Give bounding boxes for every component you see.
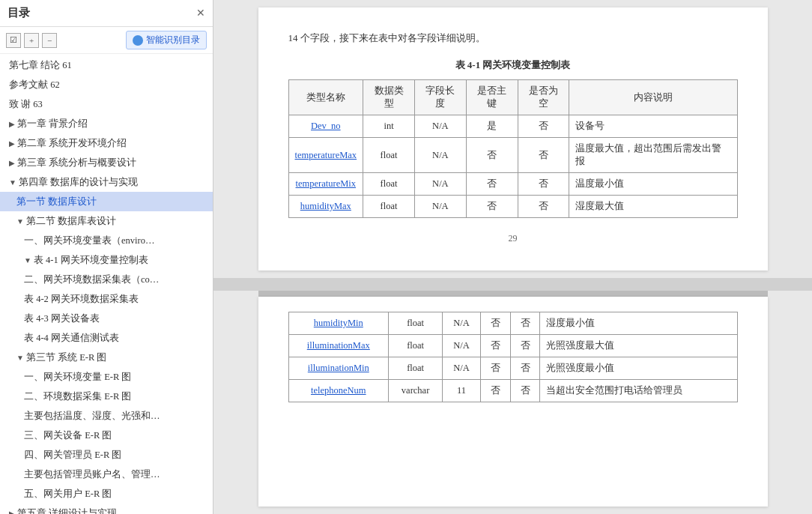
toolbar-collapse-btn[interactable]: −: [42, 33, 57, 48]
sidebar-item-ch4-s3-1[interactable]: 一、网关环境变量 E-R 图: [0, 367, 213, 387]
table-cell: float: [363, 173, 415, 196]
table-cell: 否: [510, 357, 540, 380]
table-row: temperatureMixfloatN/A否否温度最小值: [288, 173, 737, 196]
sidebar-item-label: 四、网关管理员 E-R 图: [24, 450, 121, 460]
field-name-cell: humidityMin: [288, 312, 389, 335]
sidebar-item-references[interactable]: 参考文献 62: [0, 75, 213, 94]
sidebar-item-ch3[interactable]: ▶ 第三章 系统分析与概要设计: [0, 153, 213, 172]
arrow-icon: ▶: [9, 118, 15, 130]
sidebar-item-label: 第四章 数据库的设计与实现: [19, 177, 138, 187]
sidebar-item-ch7-conclusion[interactable]: 第七章 结论 61: [0, 55, 213, 75]
table-cell: N/A: [414, 173, 466, 196]
sidebar-item-ch4-s3-4b[interactable]: 主要包括管理员账户名、管理…: [0, 465, 213, 484]
table-header: 是否为空: [518, 80, 569, 115]
field-name-cell: Dev_no: [288, 115, 363, 138]
sidebar-item-label: 第三章 系统分析与概要设计: [17, 157, 136, 168]
table-cell: 否: [518, 173, 569, 196]
sidebar-item-ch4-s3-2[interactable]: 二、环境数据采集 E-R 图: [0, 387, 213, 406]
arrow-icon: ▶: [9, 508, 15, 514]
sidebar-toolbar: ☑ + − 智能识别目录: [0, 27, 213, 54]
main-content: 14 个字段，接下来在表中对各字段详细说明。 表 4-1 网关环境变量控制表 类…: [213, 0, 812, 514]
table-row: telephoneNumvarchar11否否当超出安全范围打电话给管理员: [288, 380, 737, 402]
sidebar-item-ch1[interactable]: ▶ 第一章 背景介绍: [0, 114, 213, 133]
sidebar-item-ch4-t3[interactable]: 表 4-3 网关设备表: [0, 309, 213, 328]
sidebar-item-label: 主要包括温度、湿度、光强和…: [24, 411, 160, 421]
sidebar-item-ch4-s3-3[interactable]: 三、网关设备 E-R 图: [0, 426, 213, 445]
arrow-icon: ▼: [16, 216, 24, 228]
table-cell: 否: [481, 357, 511, 380]
description-cell: 温度最大值，超出范围后需发出警报: [569, 138, 737, 173]
table-cell: 否: [518, 115, 569, 138]
sidebar-item-dedication[interactable]: 致 谢 63: [0, 94, 213, 114]
sidebar-item-ch4-s3-5[interactable]: 五、网关用户 E-R 图: [0, 484, 213, 504]
sidebar-item-ch4-s3-4[interactable]: 四、网关管理员 E-R 图: [0, 445, 213, 465]
sidebar-item-ch4[interactable]: ▼ 第四章 数据库的设计与实现: [0, 172, 213, 192]
table-row: temperatureMaxfloatN/A否否温度最大值，超出范围后需发出警报: [288, 138, 737, 173]
description-cell: 设备号: [569, 115, 737, 138]
table-header: 类型名称: [288, 80, 363, 115]
sidebar-item-ch5[interactable]: ▶ 第五章 详细设计与实现: [0, 504, 213, 514]
description-cell: 湿度最大值: [569, 196, 737, 218]
table-cell: N/A: [414, 138, 466, 173]
sidebar-title: 目录: [7, 6, 30, 20]
table-cell: float: [389, 312, 443, 335]
arrow-icon: ▶: [9, 138, 15, 150]
document-page-1: 14 个字段，接下来在表中对各字段详细说明。 表 4-1 网关环境变量控制表 类…: [258, 7, 768, 270]
toolbar-checkbox-btn[interactable]: ☑: [6, 33, 21, 48]
field-name-cell: temperatureMax: [288, 138, 363, 173]
table-row: Dev_nointN/A是否设备号: [288, 115, 737, 138]
description-cell: 湿度最小值: [540, 312, 737, 335]
table-row: humidityMinfloatN/A否否湿度最小值: [288, 312, 737, 335]
sidebar-item-ch2[interactable]: ▶ 第二章 系统开发环境介绍: [0, 133, 213, 153]
data-table-1: 类型名称数据类型字段长度是否主键是否为空内容说明Dev_nointN/A是否设备…: [288, 79, 738, 218]
sidebar-item-ch4-s3[interactable]: ▼ 第三节 系统 E-R 图: [0, 348, 213, 367]
sidebar-item-ch4-t2[interactable]: 表 4-2 网关环境数据采集表: [0, 289, 213, 309]
sidebar-item-label: 致 谢 63: [9, 99, 43, 109]
description-cell: 光照强度最大值: [540, 335, 737, 357]
field-name-cell: humidityMax: [288, 196, 363, 218]
arrow-icon: ▼: [16, 352, 24, 364]
table-cell: 否: [466, 173, 518, 196]
smart-recognize-button[interactable]: 智能识别目录: [126, 31, 207, 49]
smart-icon: [133, 35, 143, 46]
sidebar-header: 目录 ✕: [0, 0, 213, 27]
table-row: humidityMaxfloatN/A否否湿度最大值: [288, 196, 737, 218]
sidebar-close-button[interactable]: ✕: [196, 7, 205, 19]
table-cell: float: [389, 335, 443, 357]
table-cell: 否: [481, 380, 511, 402]
description-cell: 光照强度最小值: [540, 357, 737, 380]
table-cell: 否: [466, 196, 518, 218]
page-number: 29: [288, 233, 738, 244]
sidebar-item-ch4-s3-2b[interactable]: 主要包括温度、湿度、光强和…: [0, 406, 213, 426]
sidebar-item-ch4-s1[interactable]: 第一节 数据库设计: [0, 192, 213, 211]
sidebar-item-label: 二、网关环境数据采集表（co…: [24, 274, 159, 285]
table-cell: int: [363, 115, 415, 138]
sidebar-item-ch4-s2-t1[interactable]: 一、网关环境变量表（enviro…: [0, 231, 213, 250]
page-container: 14 个字段，接下来在表中对各字段详细说明。 表 4-1 网关环境变量控制表 类…: [213, 0, 812, 514]
page-intro-text: 14 个字段，接下来在表中对各字段详细说明。: [288, 30, 738, 46]
table-cell: float: [363, 138, 415, 173]
sidebar-item-label: 五、网关用户 E-R 图: [24, 489, 112, 499]
table-row: illuminationMinfloatN/A否否光照强度最小值: [288, 357, 737, 380]
sidebar-item-ch4-s2-t2[interactable]: 二、网关环境数据采集表（co…: [0, 270, 213, 289]
table-header: 是否主键: [466, 80, 518, 115]
table-title: 表 4-1 网关环境变量控制表: [288, 58, 738, 72]
table-header: 数据类型: [363, 80, 415, 115]
sidebar-item-ch4-s2[interactable]: ▼ 第二节 数据库表设计: [0, 211, 213, 231]
table-cell: 否: [481, 312, 511, 335]
table-cell: 否: [510, 380, 540, 402]
sidebar-item-label: 表 4-2 网关环境数据采集表: [24, 294, 139, 304]
sidebar-item-ch4-s2-t1-detail[interactable]: ▼ 表 4-1 网关环境变量控制表: [0, 250, 213, 270]
table-cell: 否: [510, 335, 540, 357]
table-cell: N/A: [443, 312, 481, 335]
table-cell: float: [389, 357, 443, 380]
table-row: illuminationMaxfloatN/A否否光照强度最大值: [288, 335, 737, 357]
table-cell: N/A: [414, 196, 466, 218]
table-header: 内容说明: [569, 80, 737, 115]
sidebar-item-label: 第一节 数据库设计: [16, 196, 97, 207]
field-name-cell: illuminationMax: [288, 335, 389, 357]
sidebar-tree: 第七章 结论 61参考文献 62致 谢 63▶ 第一章 背景介绍▶ 第二章 系统…: [0, 54, 213, 514]
arrow-icon: ▼: [24, 255, 31, 267]
sidebar-item-ch4-t4[interactable]: 表 4-4 网关通信测试表: [0, 328, 213, 348]
toolbar-expand-btn[interactable]: +: [24, 33, 39, 48]
